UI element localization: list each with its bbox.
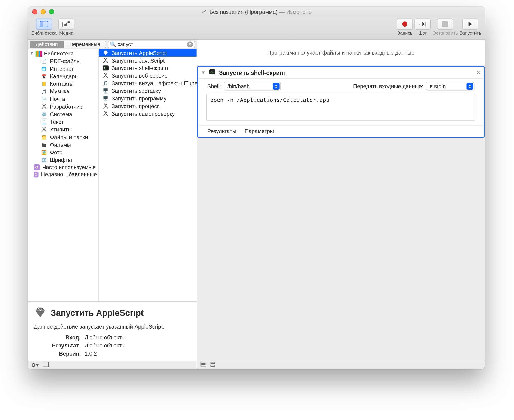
category-contacts[interactable]: 📒Контакты [28,80,99,88]
media-label: Медиа [59,30,74,36]
hammers-icon [102,110,109,117]
library-label: Библиотека [31,30,56,36]
category-music[interactable]: 🎵Музыка [28,88,99,95]
library-icon [36,51,42,57]
smart-folder-icon: ⚙ [34,172,38,177]
remove-action-button[interactable]: × [477,69,481,76]
run-button[interactable] [462,19,479,30]
category-photo[interactable]: 🖼️Фото [28,148,99,156]
library-tabpill: Действия Переменные [30,40,106,48]
media-button[interactable] [58,19,75,30]
gear-menu-button[interactable]: ⚙︎▾ [31,362,38,368]
minimize-window-button[interactable] [41,9,46,14]
run-label: Запустить [460,30,481,36]
svg-rect-9 [43,362,49,367]
pass-input-select[interactable]: в stdin [426,82,475,90]
action-selftest[interactable]: Запустить самопроверку [99,110,197,118]
category-movies[interactable]: 🎬Фильмы [28,141,99,148]
pass-input-label: Передать входные данные: [353,83,423,90]
disclosure-triangle-icon[interactable]: ▼ [30,51,34,55]
log-view-button[interactable] [200,362,206,368]
dropdown-icon [466,83,473,90]
globe-icon: 🌐 [41,65,47,72]
category-system[interactable]: ⚙️Система [28,110,99,118]
action-applescript[interactable]: Запустить AppleScript [99,49,197,57]
tab-parameters[interactable]: Параметры [245,128,274,134]
calendar-icon: 📅 [41,73,47,79]
action-itunes-visual[interactable]: 🎵Запустить визуа…эффекты iTunes [99,79,197,87]
info-title: Запустить AppleScript [51,308,144,318]
actions-list[interactable]: Запустить AppleScript Запустить JavaScri… [99,49,197,301]
svg-rect-11 [209,69,215,74]
action-javascript[interactable]: Запустить JavaScript [99,57,197,64]
svg-rect-6 [425,22,426,26]
shell-script-editor[interactable]: open -n /Applications/Calculator.app [206,94,476,121]
terminal-icon [209,68,216,76]
hammers-icon [102,57,109,64]
gear-icon: ⚙️ [41,111,47,117]
zoom-window-button[interactable] [49,9,54,14]
category-calendar[interactable]: 📅Календарь [28,72,99,80]
record-button[interactable] [397,19,413,30]
window-status: — Изменено [279,9,312,15]
category-files[interactable]: 🗂️Файлы и папки [28,133,99,141]
action-shell[interactable]: Запустить shell-скрипт [99,64,197,72]
font-icon: 🔤 [41,156,47,163]
svg-rect-8 [103,66,109,71]
category-recently-added[interactable]: ⚙Недавно…бавленные [28,171,99,178]
step-label: Шаг [418,30,427,36]
clear-search-button[interactable]: ✕ [187,41,193,47]
tab-variables[interactable]: Переменные [64,40,106,48]
mail-icon: ✉️ [41,96,47,102]
category-root-label: Библиотека [44,50,74,57]
category-internet[interactable]: 🌐Интернет [28,65,99,72]
search-icon: 🔍 [110,41,116,47]
right-bottom-bar [197,361,485,369]
workflow-action-card[interactable]: ▼ Запустить shell-скрипт × Shell: /bin/b… [197,66,485,138]
category-text[interactable]: 📃Текст [28,118,99,126]
category-pdf[interactable]: 📄PDF-файлы [28,57,99,65]
toggle-info-button[interactable] [43,362,49,368]
hammers-icon [102,72,109,79]
pdf-icon: 📄 [41,58,47,64]
close-window-button[interactable] [32,9,37,14]
category-mail[interactable]: ✉️Почта [28,95,99,103]
workflow-view-button[interactable] [210,362,216,368]
shell-select[interactable]: /bin/bash [224,82,280,90]
library-button[interactable] [36,19,52,30]
category-root[interactable]: ▼ Библиотека [28,50,99,57]
stop-button [437,19,453,30]
category-fonts[interactable]: 🔤Шрифты [28,156,99,164]
category-developer[interactable]: Разработчик [28,103,99,110]
hammers-icon [41,103,47,110]
screensaver-icon: 🖥️ [102,88,109,94]
search-input[interactable]: 🔍 запуст ✕ [108,40,195,48]
workflow-input-description: Программа получает файлы и папки как вхо… [197,40,485,66]
music-icon: 🎵 [41,88,47,95]
photo-icon: 🖼️ [41,149,47,156]
action-launch-app[interactable]: 🖥️Запустить программу [99,95,197,102]
tab-results[interactable]: Результаты [207,128,236,134]
hammers-icon [41,126,47,133]
action-screensaver[interactable]: 🖥️Запустить заставку [99,87,197,95]
svg-rect-17 [211,365,215,366]
svg-rect-16 [211,362,215,363]
step-button[interactable] [415,19,431,30]
category-utilities[interactable]: Утилиты [28,126,99,133]
itunes-icon: 🎵 [102,80,109,87]
category-most-used[interactable]: ⚙Часто используемые [28,164,99,171]
applescript-icon [102,49,109,56]
tab-actions[interactable]: Действия [30,40,64,48]
disclosure-triangle-icon[interactable]: ▼ [201,70,205,75]
left-bottom-bar: ⚙︎▾ [28,361,197,369]
info-table: Вход:Любые объекты Результат:Любые объек… [51,333,127,358]
categories-list[interactable]: ▼ Библиотека 📄PDF-файлы 🌐Интернет 📅Кален… [28,49,99,301]
action-webservice[interactable]: Запустить веб-сервис [99,72,197,79]
finder-icon: 🗂️ [41,134,47,140]
app-icon [201,8,207,15]
record-label: Запись [397,30,413,36]
movie-icon: 🎬 [41,141,47,148]
info-description: Данное действие запускает указанный Appl… [34,323,191,330]
svg-rect-7 [443,22,448,27]
action-launch-process[interactable]: Запустить процесс [99,102,197,110]
